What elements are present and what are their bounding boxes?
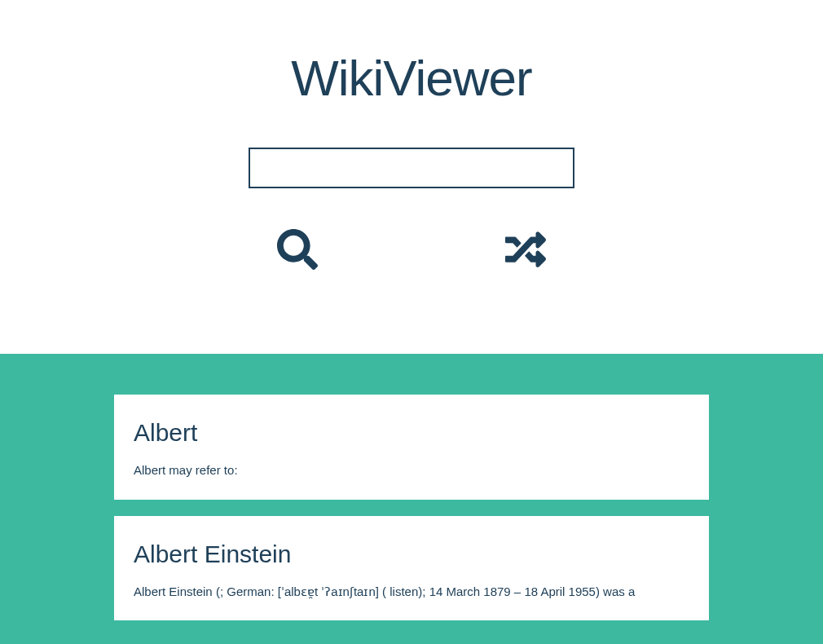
result-snippet: Albert may refer to:: [134, 461, 689, 480]
result-title: Albert: [134, 419, 689, 447]
icon-row: [16, 229, 807, 272]
search-input[interactable]: [249, 148, 574, 188]
search-button[interactable]: [277, 229, 318, 272]
result-title: Albert Einstein: [134, 540, 689, 568]
header-section: WikiViewer: [0, 0, 823, 354]
random-button[interactable]: [505, 229, 546, 272]
results-section: Albert Albert may refer to: Albert Einst…: [0, 354, 823, 644]
shuffle-icon: [505, 229, 546, 272]
search-icon: [277, 229, 318, 272]
result-card[interactable]: Albert Albert may refer to:: [114, 395, 709, 500]
result-card[interactable]: Albert Einstein Albert Einstein (; Germa…: [114, 516, 709, 621]
result-snippet: Albert Einstein (; German: [ˈalbɛɐ̯t ˈʔa…: [134, 583, 689, 602]
app-title: WikiViewer: [16, 49, 807, 107]
results-container: Albert Albert may refer to: Albert Einst…: [114, 395, 709, 620]
